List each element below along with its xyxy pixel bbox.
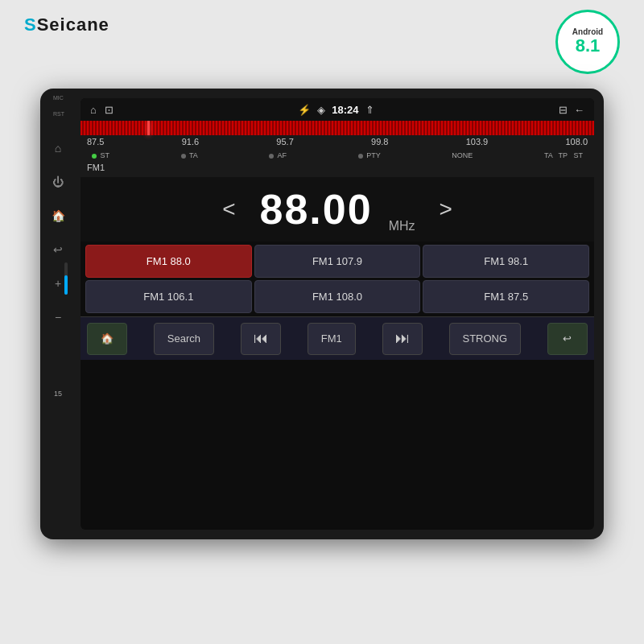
time-display: 18:24	[332, 104, 358, 116]
preset-3[interactable]: FM1 98.1	[423, 245, 589, 278]
freq-display: < 88.00 MHz >	[80, 177, 594, 242]
status-bar: ⌂ ⊡ ⚡ ◈ 18:24 ⇑ ⊟ ←	[80, 98, 594, 121]
brand-s: S	[24, 14, 37, 35]
screen-icon[interactable]: ⊟	[559, 104, 568, 116]
brand-logo: SSeicane	[24, 14, 109, 35]
strong-button[interactable]: STRONG	[449, 323, 522, 355]
volume-level: 15	[54, 390, 62, 398]
brand-name: Seicane	[37, 14, 109, 35]
left-side-controls: ⌂ ⏻ 🏠 ↩ + − 15	[47, 137, 69, 398]
back-status-icon[interactable]: ←	[574, 104, 584, 116]
tuner-strip	[80, 121, 594, 135]
screen: ⌂ ⊡ ⚡ ◈ 18:24 ⇑ ⊟ ← 87.5 91.6	[80, 98, 594, 530]
device-body: MIC RST ⌂ ⏻ 🏠 ↩ + − 15 ⌂ ⊡ ⚡ ◈ 18:24	[40, 89, 604, 539]
frequency-bar: 87.5 91.6 95.7 99.8 103.9 108.0 ST TA AF…	[80, 121, 594, 177]
home-status-icon[interactable]: ⌂	[90, 104, 97, 116]
control-bar: 🏠 Search ⏮ FM1 ⏭ STRONG ↩	[80, 316, 594, 360]
freq-down-button[interactable]: <	[214, 196, 243, 222]
status-center: ⚡ ◈ 18:24 ⇑	[298, 104, 374, 116]
bluetooth-icon: ⚡	[298, 104, 311, 116]
prev-button[interactable]: ⏮	[241, 323, 281, 355]
band-label: FM1	[87, 163, 105, 172]
next-button[interactable]: ⏭	[382, 323, 423, 355]
freq-indicators: ST TA AF PTY NONE TA TP ST	[80, 151, 594, 159]
preset-2[interactable]: FM1 107.9	[254, 245, 421, 278]
status-bar-right: ⊟ ←	[559, 104, 584, 116]
mic-label: MIC	[53, 95, 64, 101]
window-status-icon[interactable]: ⊡	[105, 104, 114, 116]
preset-grid: FM1 88.0 FM1 107.9 FM1 98.1 FM1 106.1 FM…	[80, 242, 594, 316]
band-button[interactable]: FM1	[308, 323, 356, 355]
tuner-indicator	[147, 121, 150, 135]
vol-down-icon[interactable]: −	[47, 306, 69, 328]
power-icon[interactable]: ⏻	[47, 171, 69, 193]
up-nav-icon[interactable]: ⇑	[365, 104, 374, 116]
android-badge: Android 8.1	[555, 10, 620, 74]
frequency-value: 88.00	[259, 185, 372, 233]
freq-scale: 87.5 91.6 95.7 99.8 103.9 108.0 ST TA AF…	[80, 121, 594, 177]
status-bar-left: ⌂ ⊡	[90, 104, 114, 116]
back-side-icon[interactable]: ↩	[47, 238, 69, 261]
preset-6[interactable]: FM1 87.5	[423, 280, 589, 313]
android-version: 8.1	[576, 36, 601, 56]
nav-home-icon[interactable]: 🏠	[47, 204, 69, 227]
preset-4[interactable]: FM1 106.1	[85, 280, 252, 313]
search-button[interactable]: Search	[154, 323, 214, 355]
freq-up-button[interactable]: >	[431, 196, 460, 222]
preset-1[interactable]: FM1 88.0	[85, 245, 252, 278]
back-button[interactable]: ↩	[547, 323, 588, 355]
freq-labels: 87.5 91.6 95.7 99.8 103.9 108.0	[80, 137, 594, 147]
rst-label: RST	[53, 111, 64, 117]
home-button[interactable]: 🏠	[87, 323, 127, 355]
preset-5[interactable]: FM1 108.0	[254, 280, 421, 313]
wifi-icon: ◈	[317, 104, 325, 116]
home-side-icon[interactable]: ⌂	[47, 137, 69, 159]
frequency-unit: MHz	[389, 219, 415, 233]
